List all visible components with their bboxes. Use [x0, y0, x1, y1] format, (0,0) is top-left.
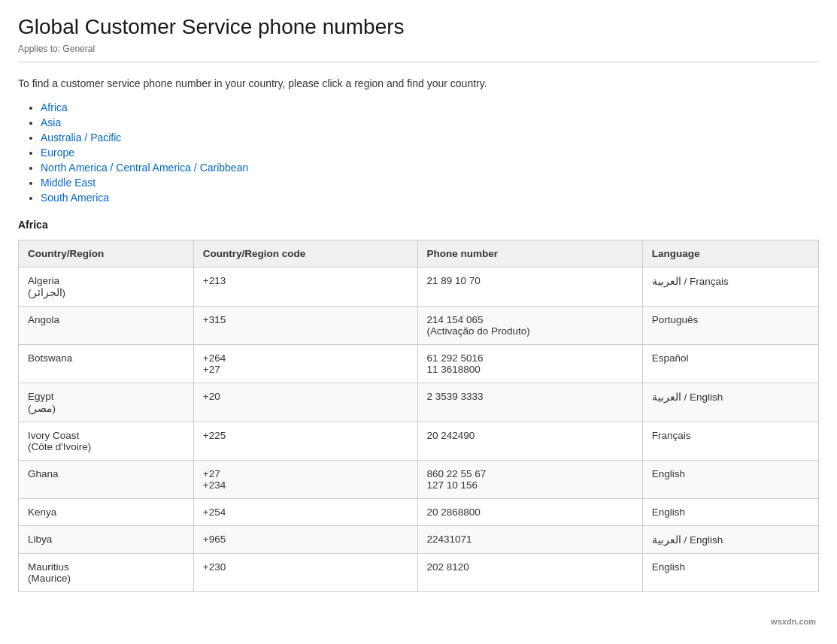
table-cell-code: +230 — [193, 554, 417, 592]
table-row: Egypt(مصر)+202 3539 3333العربية / Englis… — [19, 383, 819, 422]
region-link-3[interactable]: Europe — [41, 147, 74, 159]
page-title: Global Customer Service phone numbers — [18, 15, 819, 39]
table-row: Ivory Coast(Côte d'Ivoire)+22520 242490F… — [19, 422, 819, 461]
table-header-row: Country/RegionCountry/Region codePhone n… — [19, 240, 819, 268]
table-cell-language: English — [642, 499, 818, 526]
region-list-item: Australia / Pacific — [41, 132, 819, 144]
region-link-6[interactable]: South America — [41, 192, 109, 204]
applies-to-label: Applies to: General — [18, 44, 819, 54]
table-column-header: Country/Region — [19, 240, 194, 268]
region-list-item: North America / Central America / Caribb… — [41, 162, 819, 174]
region-link-2[interactable]: Australia / Pacific — [41, 132, 121, 144]
table-column-header: Country/Region code — [193, 240, 417, 268]
table-row: Kenya+25420 2868800English — [19, 499, 819, 526]
table-cell-language: العربية / English — [642, 526, 818, 554]
region-list: AfricaAsiaAustralia / PacificEuropeNorth… — [18, 101, 819, 204]
table-cell-language: Español — [642, 345, 818, 383]
table-cell-language: Français — [642, 422, 818, 461]
table-cell-language: English — [642, 461, 818, 499]
table-cell-code: +225 — [193, 422, 417, 461]
table-cell-language: English — [642, 554, 818, 592]
table-row: Mauritius(Maurice)+230202 8120English — [19, 554, 819, 592]
table-cell-country: Egypt(مصر) — [19, 383, 194, 422]
table-row: Libya+96522431071العربية / English — [19, 526, 819, 554]
table-cell-code: +315 — [193, 307, 417, 345]
table-cell-country: Ivory Coast(Côte d'Ivoire) — [19, 422, 194, 461]
table-cell-phone: 2 3539 3333 — [417, 383, 642, 422]
region-list-item: Africa — [41, 101, 819, 113]
table-cell-phone: 20 2868800 — [417, 499, 642, 526]
table-cell-code: +965 — [193, 526, 417, 554]
region-list-item: South America — [41, 192, 819, 204]
region-link-5[interactable]: Middle East — [41, 177, 96, 189]
table-cell-code: +254 — [193, 499, 417, 526]
table-row: Angola+315214 154 065(Activação do Produ… — [19, 307, 819, 345]
region-link-1[interactable]: Asia — [41, 116, 61, 128]
table-cell-language: Português — [642, 307, 818, 345]
table-cell-country: Kenya — [19, 499, 194, 526]
table-cell-language: العربية / English — [642, 383, 818, 422]
table-column-header: Phone number — [417, 240, 642, 268]
table-cell-country: Botswana — [19, 345, 194, 383]
table-row: Ghana+27+234860 22 55 67127 10 156Englis… — [19, 461, 819, 499]
table-cell-phone: 860 22 55 67127 10 156 — [417, 461, 642, 499]
intro-paragraph: To find a customer service phone number … — [18, 77, 819, 89]
africa-heading: Africa — [18, 219, 819, 231]
table-cell-phone: 214 154 065(Activação do Produto) — [417, 307, 642, 345]
table-cell-code: +213 — [193, 268, 417, 307]
table-cell-country: Angola — [19, 307, 194, 345]
table-row: Algeria(الجزائر)+21321 89 10 70العربية /… — [19, 268, 819, 307]
region-list-item: Asia — [41, 116, 819, 128]
region-list-item: Middle East — [41, 177, 819, 189]
table-cell-language: العربية / Français — [642, 268, 818, 307]
table-cell-code: +27+234 — [193, 461, 417, 499]
region-link-4[interactable]: North America / Central America / Caribb… — [41, 162, 248, 174]
table-cell-phone: 20 242490 — [417, 422, 642, 461]
table-cell-country: Algeria(الجزائر) — [19, 268, 194, 307]
table-cell-phone: 22431071 — [417, 526, 642, 554]
region-list-item: Europe — [41, 147, 819, 159]
table-cell-country: Ghana — [19, 461, 194, 499]
table-row: Botswana+264+2761 292 501611 3618800Espa… — [19, 345, 819, 383]
table-cell-phone: 202 8120 — [417, 554, 642, 592]
table-cell-country: Mauritius(Maurice) — [19, 554, 194, 592]
table-cell-code: +264+27 — [193, 345, 417, 383]
table-column-header: Language — [642, 240, 818, 268]
table-cell-code: +20 — [193, 383, 417, 422]
table-cell-phone: 21 89 10 70 — [417, 268, 642, 307]
title-divider — [18, 62, 819, 62]
table-cell-phone: 61 292 501611 3618800 — [417, 345, 642, 383]
table-cell-country: Libya — [19, 526, 194, 554]
africa-table: Country/RegionCountry/Region codePhone n… — [18, 240, 819, 592]
region-link-0[interactable]: Africa — [41, 101, 68, 113]
